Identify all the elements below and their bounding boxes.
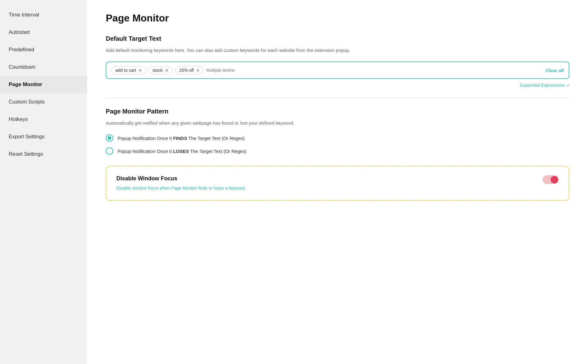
disable-window-focus-desc: Disable window focus when Page Monitor f… bbox=[116, 185, 246, 191]
default-target-text-section: Default Target Text Add default monitori… bbox=[106, 35, 569, 88]
tag-label: stock bbox=[152, 68, 163, 73]
sidebar-item-reset-settings[interactable]: Reset Settings bbox=[0, 145, 87, 163]
section-divider bbox=[106, 98, 569, 98]
radio-item-loses[interactable]: Popup Notification Once It LOSES The Tar… bbox=[106, 147, 569, 155]
radio-label-loses: Popup Notification Once It LOSES The Tar… bbox=[118, 149, 246, 154]
radio-item-finds[interactable]: Popup Notification Once It FINDS The Tar… bbox=[106, 134, 569, 142]
tag-tag-add-to-cart: add to cart✕ bbox=[111, 66, 146, 74]
default-target-text-title: Default Target Text bbox=[106, 35, 569, 42]
sidebar: Time IntervalAutostartPredefinedCountdow… bbox=[0, 0, 87, 364]
radio-label-finds: Popup Notification Once It FINDS The Tar… bbox=[118, 136, 245, 141]
keyword-input[interactable] bbox=[206, 68, 543, 73]
sidebar-item-time-interval[interactable]: Time Interval bbox=[0, 6, 87, 24]
sidebar-item-hotkeys[interactable]: Hotkeys bbox=[0, 111, 87, 128]
page-monitor-pattern-section: Page Monitor Pattern Automatically get n… bbox=[106, 108, 569, 155]
radio-group: Popup Notification Once It FINDS The Tar… bbox=[106, 134, 569, 155]
sidebar-item-predefined[interactable]: Predefined bbox=[0, 41, 87, 58]
main-content: Page Monitor Default Target Text Add def… bbox=[87, 0, 588, 364]
external-link-icon: ↗ bbox=[566, 83, 569, 88]
sidebar-item-custom-scripts[interactable]: Custom Scripts bbox=[0, 93, 87, 111]
tag-close-icon[interactable]: ✕ bbox=[196, 68, 200, 72]
tags-input-container: add to cart✕stock✕25% off✕ Clear all bbox=[106, 62, 569, 79]
radio-circle-finds bbox=[106, 134, 113, 142]
disable-window-focus-toggle[interactable] bbox=[543, 175, 559, 184]
disable-window-focus-box: Disable Window Focus Disable window focu… bbox=[106, 166, 569, 201]
clear-all-button[interactable]: Clear all bbox=[546, 68, 564, 73]
page-monitor-pattern-desc: Automatically get notified when any give… bbox=[106, 119, 569, 127]
sidebar-item-autostart[interactable]: Autostart bbox=[0, 24, 87, 41]
disable-window-focus-content: Disable Window Focus Disable window focu… bbox=[116, 175, 246, 191]
tag-label: add to cart bbox=[115, 68, 136, 73]
sidebar-item-countdown[interactable]: Countdown bbox=[0, 58, 87, 76]
supported-expressions-link[interactable]: Supported Expressions↗ bbox=[106, 83, 569, 88]
page-title: Page Monitor bbox=[106, 12, 569, 24]
tag-close-icon[interactable]: ✕ bbox=[165, 68, 169, 72]
tag-label: 25% off bbox=[179, 68, 194, 73]
page-monitor-pattern-title: Page Monitor Pattern bbox=[106, 108, 569, 115]
default-target-text-desc: Add default monitoring keywords here. Yo… bbox=[106, 47, 569, 54]
tag-tag-25off: 25% off✕ bbox=[175, 66, 204, 74]
tag-tag-stock: stock✕ bbox=[148, 66, 173, 74]
sidebar-item-page-monitor[interactable]: Page Monitor bbox=[0, 76, 87, 93]
toggle-thumb bbox=[551, 176, 558, 183]
tag-close-icon[interactable]: ✕ bbox=[138, 68, 142, 72]
sidebar-item-export-settings[interactable]: Export Settings bbox=[0, 128, 87, 145]
disable-window-focus-title: Disable Window Focus bbox=[116, 175, 246, 182]
radio-circle-loses bbox=[106, 147, 113, 155]
